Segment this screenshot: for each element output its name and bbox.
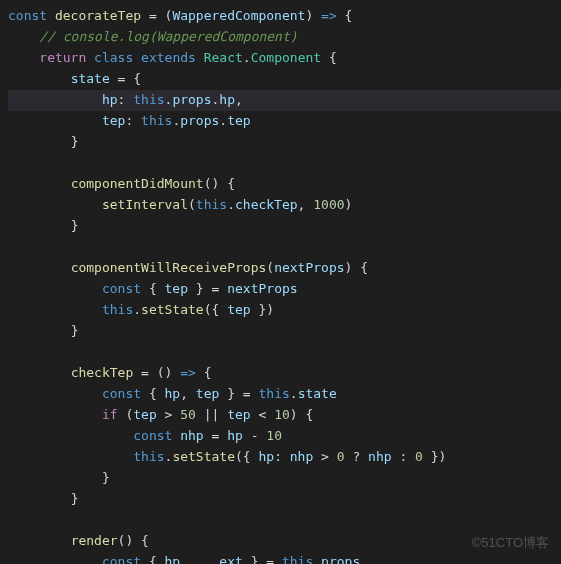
code-line	[8, 237, 561, 258]
code-line: }	[8, 489, 561, 510]
code-line-highlighted: hp: this.props.hp,	[8, 90, 561, 111]
code-editor[interactable]: const decorateTep = (WapperedComponent) …	[0, 0, 561, 564]
code-line: if (tep > 50 || tep < 10) {	[8, 405, 561, 426]
code-line: }	[8, 468, 561, 489]
code-line: const { tep } = nextProps	[8, 279, 561, 300]
code-line: // console.log(WapperedComponent)	[8, 27, 561, 48]
code-line: const nhp = hp - 10	[8, 426, 561, 447]
code-line: this.setState({ tep })	[8, 300, 561, 321]
code-line	[8, 510, 561, 531]
code-line: const { hp, tep } = this.state	[8, 384, 561, 405]
code-line: checkTep = () => {	[8, 363, 561, 384]
code-line: this.setState({ hp: nhp > 0 ? nhp : 0 })	[8, 447, 561, 468]
code-line: setInterval(this.checkTep, 1000)	[8, 195, 561, 216]
code-line	[8, 342, 561, 363]
code-line: tep: this.props.tep	[8, 111, 561, 132]
code-line: const decorateTep = (WapperedComponent) …	[8, 6, 561, 27]
code-line: }	[8, 216, 561, 237]
code-line: state = {	[8, 69, 561, 90]
code-line: return class extends React.Component {	[8, 48, 561, 69]
code-line: }	[8, 321, 561, 342]
code-line: componentWillReceiveProps(nextProps) {	[8, 258, 561, 279]
code-line: componentDidMount() {	[8, 174, 561, 195]
watermark-text: ©51CTO博客	[472, 533, 549, 554]
code-line	[8, 153, 561, 174]
code-line: }	[8, 132, 561, 153]
